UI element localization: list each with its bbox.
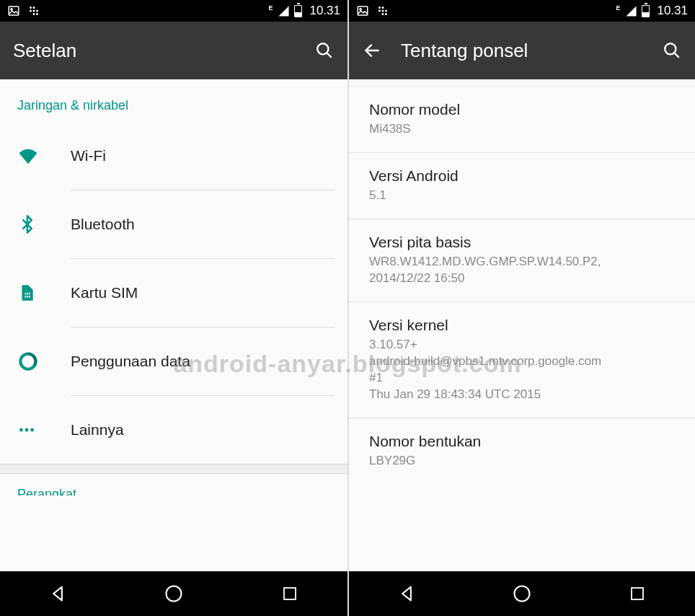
- nav-recent-icon: [629, 585, 646, 602]
- navigation-bar: [349, 571, 695, 616]
- about-item-title: Versi Android: [369, 167, 678, 185]
- search-button[interactable]: [314, 40, 335, 61]
- svg-rect-22: [358, 6, 368, 15]
- svg-point-30: [385, 13, 387, 15]
- about-item-title: Nomor bentukan: [369, 433, 678, 450]
- about-list[interactable]: Nomor model Mi438S Versi Android 5.1 Ver…: [349, 79, 695, 571]
- appbar-about: Tentang ponsel: [349, 22, 695, 79]
- nav-home-icon: [512, 584, 532, 604]
- screen-about-phone: E 10.31 Tentang ponsel Nomor model Mi438…: [348, 0, 695, 616]
- clock-time: 10.31: [657, 4, 688, 18]
- svg-point-7: [33, 13, 35, 15]
- svg-point-25: [382, 6, 384, 9]
- setting-item-label: Kartu SIM: [71, 284, 335, 302]
- setting-item-label: Bluetooth: [71, 216, 335, 233]
- svg-rect-35: [632, 588, 643, 599]
- svg-point-24: [379, 6, 381, 9]
- about-item-value: Mi438S: [369, 121, 678, 138]
- appbar-settings: Setelan: [0, 22, 348, 79]
- setting-item-label: Wi-Fi: [71, 147, 335, 164]
- setting-item-label: Penggunaan data: [71, 353, 335, 370]
- nav-back-button[interactable]: [394, 581, 419, 606]
- status-bar: E 10.31: [349, 0, 695, 22]
- settings-list: Jaringan & nirkabel Wi-Fi Bluetooth K: [0, 79, 348, 571]
- picture-icon: [7, 4, 20, 17]
- setting-item-data-usage[interactable]: Penggunaan data: [0, 327, 348, 395]
- svg-point-27: [382, 10, 384, 12]
- signal-icon: [277, 4, 290, 17]
- network-type-icon: E: [268, 4, 273, 12]
- svg-point-8: [36, 13, 38, 15]
- about-item-value: 5.1: [369, 188, 678, 204]
- svg-point-5: [33, 10, 35, 12]
- about-item-title: Versi kernel: [369, 317, 678, 334]
- about-item-model[interactable]: Nomor model Mi438S: [349, 87, 695, 153]
- battery-icon: [642, 5, 650, 17]
- bluetooth-icon: [17, 214, 71, 234]
- svg-line-10: [327, 53, 332, 58]
- svg-point-23: [360, 9, 361, 10]
- nav-recent-button[interactable]: [278, 581, 302, 606]
- status-bar: E 10.31: [0, 0, 348, 22]
- svg-point-28: [385, 10, 387, 12]
- setting-item-wifi[interactable]: Wi-Fi: [0, 122, 348, 190]
- nav-home-icon: [164, 584, 184, 604]
- setting-item-more[interactable]: Lainnya: [0, 396, 348, 464]
- signal-icon: [624, 4, 637, 17]
- screen-settings: E 10.31 Setelan Jaringan & nirkabel Wi-F…: [0, 0, 348, 616]
- nav-home-button[interactable]: [510, 581, 534, 606]
- back-button[interactable]: [362, 40, 382, 61]
- about-item-baseband[interactable]: Versi pita basis WR8.W1412.MD.WG.GMP.SP.…: [349, 219, 695, 302]
- section-header-wireless: Jaringan & nirkabel: [0, 79, 348, 122]
- about-item-android-version[interactable]: Versi Android 5.1: [349, 153, 695, 219]
- nav-recent-icon: [281, 585, 298, 602]
- svg-point-9: [317, 43, 328, 54]
- data-usage-icon: [17, 351, 71, 372]
- nav-back-button[interactable]: [45, 581, 70, 606]
- svg-line-33: [674, 53, 679, 58]
- svg-point-4: [30, 10, 32, 12]
- svg-point-18: [25, 428, 29, 432]
- svg-point-17: [19, 428, 23, 432]
- search-icon: [663, 41, 681, 60]
- setting-item-sim[interactable]: Kartu SIM: [0, 259, 348, 327]
- wifi-icon: [17, 145, 71, 167]
- setting-item-label: Lainnya: [71, 421, 335, 439]
- about-item-build[interactable]: Nomor bentukan LBY29G: [349, 418, 695, 484]
- svg-point-1: [11, 9, 12, 10]
- nav-recent-button[interactable]: [625, 581, 650, 606]
- more-icon: [17, 421, 71, 439]
- svg-point-29: [382, 13, 384, 15]
- about-item-value: LBY29G: [369, 453, 678, 470]
- navigation-bar: [0, 571, 348, 616]
- search-icon: [315, 41, 334, 60]
- svg-point-34: [515, 586, 530, 602]
- svg-point-6: [36, 10, 38, 12]
- nav-home-button[interactable]: [161, 581, 186, 606]
- svg-point-20: [166, 586, 181, 602]
- page-title: Setelan: [13, 40, 296, 62]
- about-item-title: Versi pita basis: [369, 234, 678, 251]
- svg-point-2: [30, 6, 32, 9]
- about-item-value: 3.10.57+ android-build@vpbs1.mtv.corp.go…: [369, 337, 678, 403]
- clock-time: 10.31: [309, 4, 340, 18]
- about-item-kernel[interactable]: Versi kernel 3.10.57+ android-build@vpbs…: [349, 302, 695, 418]
- bbm-icon: [27, 4, 40, 17]
- sim-card-icon: [17, 283, 71, 302]
- section-header-device: Perangkat: [0, 474, 348, 496]
- nav-back-icon: [397, 584, 417, 604]
- back-arrow-icon: [363, 41, 381, 60]
- about-item-value: WR8.W1412.MD.WG.GMP.SP.W14.50.P2, 2014/1…: [369, 254, 678, 287]
- network-type-icon: E: [616, 4, 620, 12]
- svg-point-19: [30, 428, 34, 432]
- section-divider: [0, 464, 348, 474]
- battery-icon: [294, 5, 302, 17]
- svg-rect-21: [284, 588, 296, 599]
- search-button[interactable]: [662, 40, 682, 61]
- picture-icon: [356, 4, 369, 17]
- bbm-icon: [376, 4, 389, 17]
- svg-rect-0: [9, 6, 19, 15]
- list-top-divider: [349, 79, 695, 87]
- setting-item-bluetooth[interactable]: Bluetooth: [0, 190, 348, 258]
- about-item-title: Nomor model: [369, 101, 678, 118]
